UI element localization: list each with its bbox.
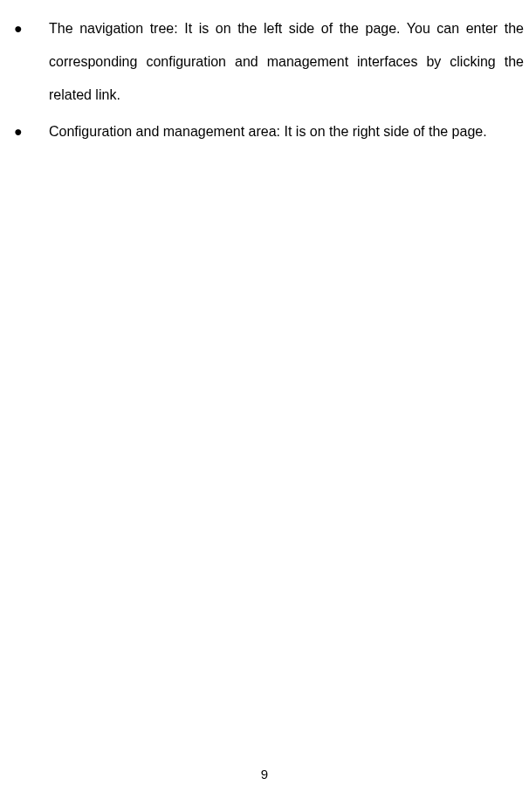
bullet-text: The navigation tree: It is on the left s… <box>49 12 529 112</box>
list-item: ● The navigation tree: It is on the left… <box>0 12 529 112</box>
bullet-marker: ● <box>0 115 49 148</box>
bullet-marker: ● <box>0 12 49 112</box>
document-content: ● The navigation tree: It is on the left… <box>0 0 529 148</box>
page-number: 9 <box>0 767 529 781</box>
bullet-text: Configuration and management area: It is… <box>49 115 529 148</box>
list-item: ● Configuration and management area: It … <box>0 115 529 148</box>
